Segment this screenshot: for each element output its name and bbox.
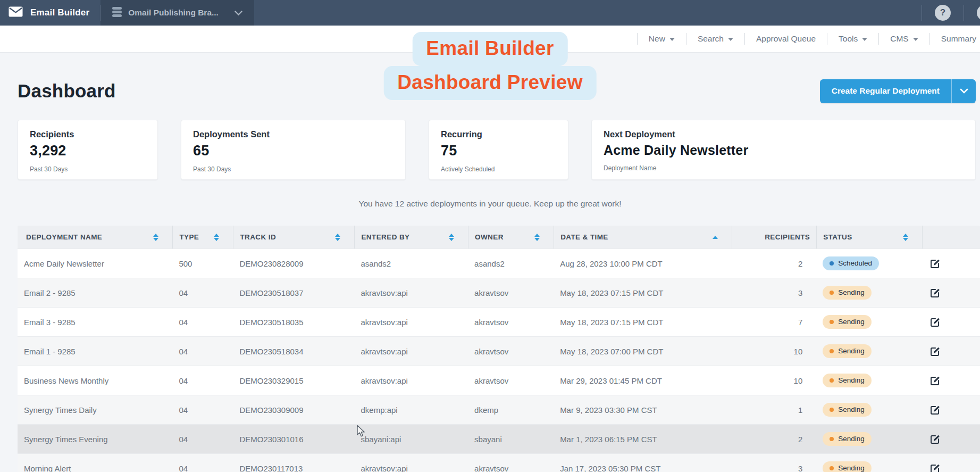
edit-deployment-button[interactable] xyxy=(928,286,942,300)
status-badge: Sending xyxy=(823,344,872,358)
datetime-cell: Mar 1, 2023 06:15 PM CST xyxy=(554,435,732,444)
column-header-date-time[interactable]: DATE & TIME xyxy=(554,226,732,249)
datetime-cell: Mar 29, 2023 01:45 PM CDT xyxy=(554,376,732,385)
name-cell: Morning Alert xyxy=(18,464,172,472)
status-badge: Scheduled xyxy=(823,256,879,270)
status-cell: Sending xyxy=(816,403,922,417)
edit-deployment-button[interactable] xyxy=(928,403,942,417)
stat-card-next-deployment: Next DeploymentAcme Daily NewsletterDepl… xyxy=(591,120,976,180)
column-header-entered-by[interactable]: ENTERED BY xyxy=(354,226,468,249)
partial-icon-button[interactable] xyxy=(977,5,980,21)
edit-deployment-button[interactable] xyxy=(928,316,942,329)
status-label: Sending xyxy=(838,435,865,443)
status-dot-icon xyxy=(830,291,834,295)
sort-icon xyxy=(534,234,540,241)
nav-item-cms[interactable]: CMS xyxy=(879,34,929,44)
status-cell: Sending xyxy=(816,315,922,329)
entered-by-cell: akravtsov:api xyxy=(354,318,468,327)
status-dot-icon xyxy=(830,349,834,353)
column-header-type[interactable]: TYPE xyxy=(172,226,233,249)
stat-label: Deployments Sent xyxy=(193,129,393,139)
status-label: Sending xyxy=(838,347,865,355)
entered-by-cell: akravtsov:api xyxy=(354,464,468,472)
datetime-cell: Mar 9, 2023 03:30 PM CST xyxy=(554,405,732,415)
entered-by-cell: akravtsov:api xyxy=(354,376,468,385)
stat-card-recipients: Recipients3,292Past 30 Days xyxy=(18,120,158,180)
edit-deployment-button[interactable] xyxy=(928,462,942,472)
table-row-email-3-9285[interactable]: Email 3 - 928504DEMO230518035akravtsov:a… xyxy=(18,307,980,336)
nav-item-label: Approval Queue xyxy=(756,34,816,44)
stat-sublabel: Deployment Name xyxy=(604,164,964,172)
table-row-synergy-times-daily[interactable]: Synergy Times Daily04DEMO230309009dkemp:… xyxy=(18,395,980,424)
owner-cell: akravtsov xyxy=(468,376,554,385)
edit-deployment-button[interactable] xyxy=(928,374,942,387)
status-label: Scheduled xyxy=(838,259,872,267)
status-badge: Sending xyxy=(823,286,872,300)
datetime-cell: May 18, 2023 07:00 PM CDT xyxy=(554,347,732,356)
type-cell: 04 xyxy=(172,318,233,327)
type-cell: 04 xyxy=(172,435,233,444)
edit-deployment-button[interactable] xyxy=(928,433,942,446)
table-row-synergy-times-evening[interactable]: Synergy Times Evening04DEMO230301016sbay… xyxy=(18,424,980,453)
column-header-owner[interactable]: OWNER xyxy=(468,226,554,249)
status-cell: Sending xyxy=(816,374,922,387)
table-row-business-news-monthly[interactable]: Business News Monthly04DEMO230329015akra… xyxy=(18,366,980,395)
owner-cell: asands2 xyxy=(468,259,554,268)
nav-item-label: CMS xyxy=(890,34,908,44)
status-badge: Sending xyxy=(823,403,872,417)
recipients-cell: 3 xyxy=(732,464,816,472)
column-header-track-id[interactable]: TRACK ID xyxy=(233,226,354,249)
owner-cell: akravtsov xyxy=(468,288,554,297)
status-cell: Sending xyxy=(816,461,922,472)
stat-value: 65 xyxy=(193,143,393,159)
name-cell: Synergy Times Evening xyxy=(18,435,172,444)
status-label: Sending xyxy=(838,318,865,326)
stat-card-recurring: Recurring75Actively Scheduled xyxy=(429,120,568,180)
sort-icon xyxy=(903,234,908,241)
stat-value: 3,292 xyxy=(30,143,146,159)
nav-item-tools[interactable]: Tools xyxy=(827,34,878,44)
entered-by-cell: dkemp:api xyxy=(354,405,468,415)
column-header-label: OWNER xyxy=(475,233,504,241)
status-cell: Sending xyxy=(816,432,922,446)
app-title: Email Builder xyxy=(30,7,89,18)
actions-cell xyxy=(922,345,980,358)
edit-deployment-button[interactable] xyxy=(928,345,942,358)
table-row-email-2-9285[interactable]: Email 2 - 928504DEMO230518037akravtsov:a… xyxy=(18,278,980,307)
status-dot-icon xyxy=(830,261,834,266)
brand-switcher[interactable]: Omail Publishing Bra... xyxy=(100,0,254,26)
recipients-cell: 10 xyxy=(732,347,816,356)
table-row-acme-daily-newsletter[interactable]: Acme Daily Newsletter500DEMO230828009asa… xyxy=(18,249,980,278)
nav-item-summary[interactable]: Summary xyxy=(930,34,980,44)
datetime-cell: May 18, 2023 07:15 PM CDT xyxy=(554,288,732,297)
status-cell: Sending xyxy=(816,286,922,300)
nav-item-search[interactable]: Search xyxy=(686,34,744,44)
create-deployment-menu-button[interactable] xyxy=(951,79,976,103)
help-button[interactable]: ? xyxy=(935,5,951,21)
stat-label: Recurring xyxy=(441,129,556,139)
secondary-nav: NewSearchApproval QueueToolsCMSSummary xyxy=(0,26,980,53)
status-dot-icon xyxy=(830,378,834,383)
table-row-morning-alert[interactable]: Morning Alert04DEMO230117013akravtsov:ap… xyxy=(18,453,980,472)
create-regular-deployment-button[interactable]: Create Regular Deployment xyxy=(820,79,951,103)
entered-by-cell: asands2 xyxy=(354,259,468,268)
owner-cell: akravtsov xyxy=(468,318,554,327)
column-header-status[interactable]: STATUS xyxy=(816,226,922,249)
nav-item-new[interactable]: New xyxy=(638,34,686,44)
column-header-label: STATUS xyxy=(823,233,852,241)
topbar-divider xyxy=(964,5,964,21)
actions-cell xyxy=(922,433,980,446)
entered-by-cell: sbayani:api xyxy=(354,435,468,444)
status-label: Sending xyxy=(838,376,865,384)
status-dot-icon xyxy=(830,437,834,441)
column-header-recipients: RECIPIENTS xyxy=(732,226,816,249)
column-header-label: RECIPIENTS xyxy=(765,233,810,241)
nav-item-approval-queue[interactable]: Approval Queue xyxy=(745,34,827,44)
table-row-email-1-9285[interactable]: Email 1 - 928504DEMO230518034akravtsov:a… xyxy=(18,336,980,366)
edit-deployment-button[interactable] xyxy=(928,257,942,270)
stat-sublabel: Past 30 Days xyxy=(193,165,393,173)
nav-item-label: New xyxy=(649,34,665,44)
column-header-deployment-name[interactable]: DEPLOYMENT NAME xyxy=(18,226,172,249)
chevron-down-icon xyxy=(234,8,242,18)
status-badge: Sending xyxy=(823,315,872,329)
